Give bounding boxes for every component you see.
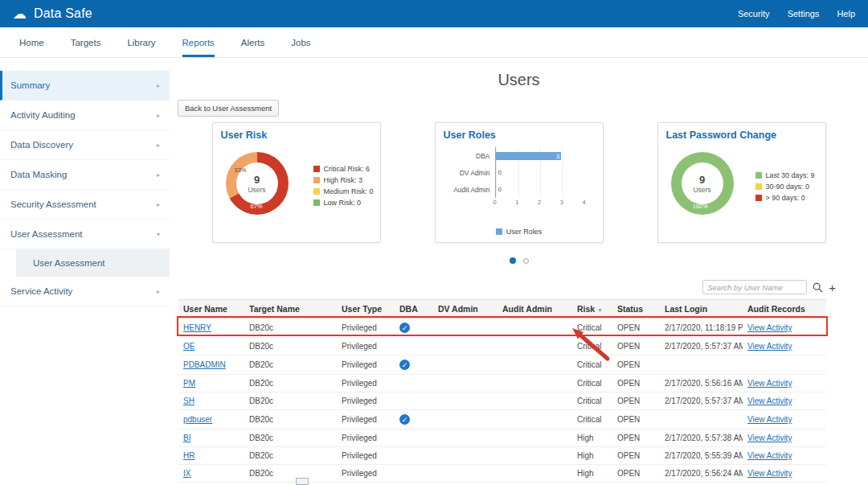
tick-label: 4 — [582, 199, 585, 206]
legend-item-low: Low Risk: 0 — [313, 199, 374, 207]
sidebar-item-data-masking[interactable]: Data Masking ▸ — [0, 160, 170, 190]
search-input[interactable] — [702, 280, 807, 294]
cell-status: OPEN — [612, 465, 660, 483]
tab-targets[interactable]: Targets — [71, 27, 101, 57]
legend-label: High Risk: 3 — [324, 176, 363, 184]
donut-center: 9 Users — [682, 162, 723, 204]
cell-user-name: IX — [178, 465, 244, 483]
cell-target-name: DB20c — [244, 319, 337, 338]
users-table: User Name Target Name User Type DBA DV A… — [178, 299, 826, 483]
search-icon[interactable] — [813, 282, 823, 293]
add-icon[interactable]: + — [829, 282, 836, 294]
legend-item-high: High Risk: 3 — [313, 176, 374, 184]
view-activity-link[interactable]: View Activity — [747, 415, 792, 424]
cell-risk: High — [572, 447, 612, 465]
cell-user-type: Privileged — [337, 338, 395, 356]
view-activity-link[interactable]: View Activity — [747, 434, 792, 442]
column-header-status[interactable]: Status — [612, 300, 660, 319]
partial-scroll-control[interactable] — [296, 478, 309, 485]
cell-user-name: OE — [178, 338, 244, 356]
cell-dba: ✓ — [395, 319, 433, 338]
user-link[interactable]: PM — [183, 379, 195, 388]
user-link[interactable]: HENRY — [183, 323, 211, 332]
sidebar-item-label: Security Assessment — [10, 199, 96, 209]
tab-alerts[interactable]: Alerts — [241, 27, 264, 57]
cell-dv-admin — [433, 465, 497, 483]
sort-desc-icon[interactable]: ▼ — [597, 307, 602, 313]
column-header-risk[interactable]: Risk▼ — [572, 300, 612, 319]
chevron-down-icon: ▾ — [157, 231, 160, 238]
view-activity-link[interactable]: View Activity — [747, 342, 792, 351]
cell-dv-admin — [433, 430, 497, 447]
tab-home[interactable]: Home — [19, 27, 44, 57]
tab-reports[interactable]: Reports — [182, 27, 215, 57]
legend-swatch-critical — [313, 166, 320, 172]
cell-audit-records: View Activity — [743, 465, 826, 483]
sidebar-item-activity-auditing[interactable]: Activity Auditing ▸ — [0, 101, 170, 130]
bar-category-label: DBA — [442, 152, 490, 160]
cell-user-type: Privileged — [337, 410, 395, 430]
column-header-user-type[interactable]: User Type — [337, 300, 395, 319]
sidebar-item-user-assessment[interactable]: User Assessment ▾ — [0, 220, 170, 249]
view-activity-link[interactable]: View Activity — [747, 379, 792, 388]
sidebar-item-label: Data Masking — [10, 170, 67, 179]
slice-label-high-risk: 33% — [235, 166, 247, 174]
tab-library[interactable]: Library — [127, 27, 155, 57]
cell-target-name: DB20c — [244, 410, 337, 430]
user-link[interactable]: SH — [183, 397, 194, 405]
legend-item-medium: Medium Risk: 0 — [313, 187, 374, 195]
column-header-audit-admin[interactable]: Audit Admin — [497, 300, 572, 319]
column-header-dv-admin[interactable]: DV Admin — [433, 300, 497, 319]
back-to-user-assessment-button[interactable]: Back to User Assessment — [178, 100, 279, 117]
column-header-user-name[interactable]: User Name — [178, 300, 244, 319]
user-link[interactable]: OE — [183, 342, 194, 351]
user-link[interactable]: BI — [183, 434, 190, 442]
header-link-settings[interactable]: Settings — [788, 9, 820, 18]
cell-status: OPEN — [612, 410, 660, 430]
cell-audit-records: View Activity — [743, 430, 826, 447]
cell-audit-admin — [497, 375, 572, 393]
sidebar-item-service-activity[interactable]: Service Activity ▸ — [0, 277, 170, 306]
cell-risk: Critical — [572, 410, 612, 430]
cell-risk: Critical — [572, 393, 612, 410]
cell-target-name: DB20c — [244, 375, 337, 393]
column-header-target-name[interactable]: Target Name — [244, 300, 337, 319]
cell-dba — [395, 465, 433, 483]
cell-last-login: 2/17/2020, 5:57:37 AM — [660, 393, 743, 410]
donut-center-value: 9 — [254, 174, 260, 186]
cell-status: OPEN — [612, 338, 660, 356]
cell-dv-admin — [433, 410, 497, 430]
legend-label: Low Risk: 0 — [324, 199, 362, 207]
sidebar-item-data-discovery[interactable]: Data Discovery ▸ — [0, 130, 170, 160]
user-link[interactable]: IX — [183, 469, 190, 478]
table-row: SH DB20c Privileged Critical OPEN 2/17/2… — [178, 393, 826, 410]
header-nav: Security Settings Help — [738, 9, 855, 18]
sidebar-item-summary[interactable]: Summary ▸ — [0, 71, 170, 101]
header-link-help[interactable]: Help — [837, 9, 855, 18]
summary-cards: User Risk 9 Users 33% 67% Critical Risk:… — [170, 122, 868, 243]
column-header-last-login[interactable]: Last Login — [660, 300, 743, 319]
carousel-dot-1[interactable] — [510, 257, 516, 264]
view-activity-link[interactable]: View Activity — [747, 469, 792, 478]
card-title-last-password-change: Last Password Change — [666, 129, 817, 141]
view-activity-link[interactable]: View Activity — [747, 323, 792, 332]
cell-audit-admin — [497, 393, 572, 410]
header-link-security[interactable]: Security — [738, 9, 770, 18]
sidebar-item-security-assessment[interactable]: Security Assessment ▸ — [0, 190, 170, 220]
column-header-dba[interactable]: DBA — [395, 300, 433, 319]
bar-value-label: 3 — [556, 152, 559, 159]
carousel-dots — [170, 257, 868, 264]
carousel-dot-2[interactable] — [523, 258, 529, 264]
cell-dba — [395, 393, 433, 410]
legend-swatch-low — [313, 199, 320, 206]
column-header-audit-records[interactable]: Audit Records — [743, 300, 826, 319]
user-link[interactable]: HR — [183, 451, 194, 460]
cell-last-login — [660, 356, 743, 375]
cell-user-name: PDBADMIN — [178, 356, 244, 375]
sidebar-subitem-user-assessment[interactable]: User Assessment — [16, 249, 170, 277]
view-activity-link[interactable]: View Activity — [747, 451, 792, 460]
view-activity-link[interactable]: View Activity — [747, 397, 792, 405]
user-link[interactable]: pdbuser — [183, 415, 212, 424]
tab-jobs[interactable]: Jobs — [291, 27, 310, 57]
user-link[interactable]: PDBADMIN — [183, 360, 226, 369]
